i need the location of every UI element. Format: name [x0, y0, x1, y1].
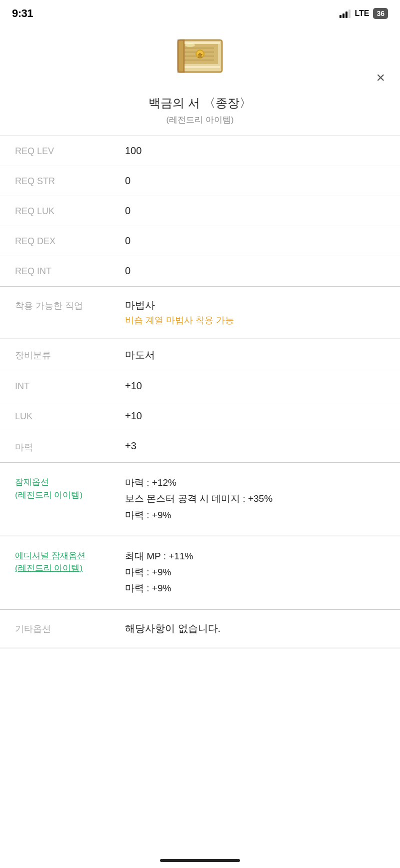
equip-label-3: 마력 [15, 440, 125, 453]
req-stats-section: REQ LEV 100 REQ STR 0 REQ LUK 0 REQ DEX … [0, 136, 400, 286]
potential-label: 잠재옵션 (레전드리 아이템) [15, 475, 125, 501]
close-button[interactable]: × [376, 70, 385, 85]
job-line2: 비숍 계열 마법사 착용 가능 [125, 314, 385, 326]
req-stat-row-2: REQ LUK 0 [0, 196, 400, 226]
equip-value-0: 마도서 [125, 348, 385, 362]
additional-line-0: 최대 MP : +11% [125, 548, 385, 564]
req-label-2: REQ LUK [15, 205, 125, 217]
home-indicator [160, 859, 240, 862]
svg-rect-9 [178, 40, 184, 72]
req-stat-row-4: REQ INT 0 [0, 256, 400, 286]
equip-stat-row-2: LUK +10 [0, 401, 400, 431]
job-label: 착용 가능한 직업 [15, 299, 125, 312]
job-line1: 마법사 [125, 299, 385, 312]
status-time: 9:31 [12, 7, 33, 20]
item-icon: 金 [170, 30, 230, 80]
equip-label-1: INT [15, 380, 125, 392]
req-stat-row-3: REQ DEX 0 [0, 226, 400, 256]
signal-bars-icon [340, 9, 350, 18]
item-icon-area: 金 [0, 25, 400, 90]
additional-line-1: 마력 : +9% [125, 564, 385, 580]
svg-text:金: 金 [197, 53, 203, 58]
req-stat-row-1: REQ STR 0 [0, 166, 400, 196]
job-value: 마법사 비숍 계열 마법사 착용 가능 [125, 299, 385, 326]
req-label-1: REQ STR [15, 175, 125, 187]
additional-potential-row: 에디셔널 잠재옵션 (레전드리 아이템) 최대 MP : +11%마력 : +9… [0, 536, 400, 609]
etc-row: 기타옵션 해당사항이 없습니다. [0, 610, 400, 648]
etc-value: 해당사항이 없습니다. [125, 622, 385, 635]
req-label-4: REQ INT [15, 265, 125, 277]
equip-stat-row-1: INT +10 [0, 371, 400, 401]
req-value-3: 0 [125, 235, 385, 247]
status-icons: LTE 36 [340, 8, 388, 19]
potential-row: 잠재옵션 (레전드리 아이템) 마력 : +12%보스 몬스터 공격 시 데미지… [0, 463, 400, 536]
svg-rect-3 [180, 66, 220, 68]
svg-point-13 [185, 43, 195, 47]
status-bar: 9:31 LTE 36 [0, 0, 400, 25]
equip-stat-row-3: 마력 +3 [0, 431, 400, 462]
req-value-1: 0 [125, 175, 385, 187]
etc-label: 기타옵션 [15, 622, 125, 635]
lte-label: LTE [354, 9, 369, 18]
equip-label-0: 장비분류 [15, 348, 125, 361]
potential-value: 마력 : +12%보스 몬스터 공격 시 데미지 : +35%마력 : +9% [125, 475, 385, 523]
req-label-0: REQ LEV [15, 145, 125, 157]
potential-line-2: 마력 : +9% [125, 507, 385, 523]
additional-value: 최대 MP : +11%마력 : +9%마력 : +9% [125, 548, 385, 597]
req-stat-row-0: REQ LEV 100 [0, 136, 400, 166]
job-row: 착용 가능한 직업 마법사 비숍 계열 마법사 착용 가능 [0, 287, 400, 339]
equip-value-3: +3 [125, 440, 385, 452]
req-value-4: 0 [125, 265, 385, 277]
svg-rect-2 [180, 42, 220, 44]
equip-label-2: LUK [15, 410, 125, 422]
potential-line-0: 마력 : +12% [125, 475, 385, 491]
item-title: 백금의 서 〈종장〉 [20, 95, 380, 111]
req-value-2: 0 [125, 205, 385, 217]
item-subtitle: (레전드리 아이템) [20, 114, 380, 126]
equip-stat-row-0: 장비분류 마도서 [0, 339, 400, 371]
req-value-0: 100 [125, 145, 385, 157]
additional-label: 에디셔널 잠재옵션 (레전드리 아이템) [15, 548, 125, 575]
battery-value: 36 [376, 10, 384, 18]
additional-line-2: 마력 : +9% [125, 580, 385, 596]
req-label-3: REQ DEX [15, 235, 125, 247]
potential-line-1: 보스 몬스터 공격 시 데미지 : +35% [125, 491, 385, 507]
equip-stats-section: 장비분류 마도서 INT +10 LUK +10 마력 +3 [0, 339, 400, 462]
title-area: 백금의 서 〈종장〉 (레전드리 아이템) [0, 90, 400, 136]
battery-indicator: 36 [373, 8, 388, 19]
equip-value-2: +10 [125, 410, 385, 422]
equip-value-1: +10 [125, 380, 385, 392]
